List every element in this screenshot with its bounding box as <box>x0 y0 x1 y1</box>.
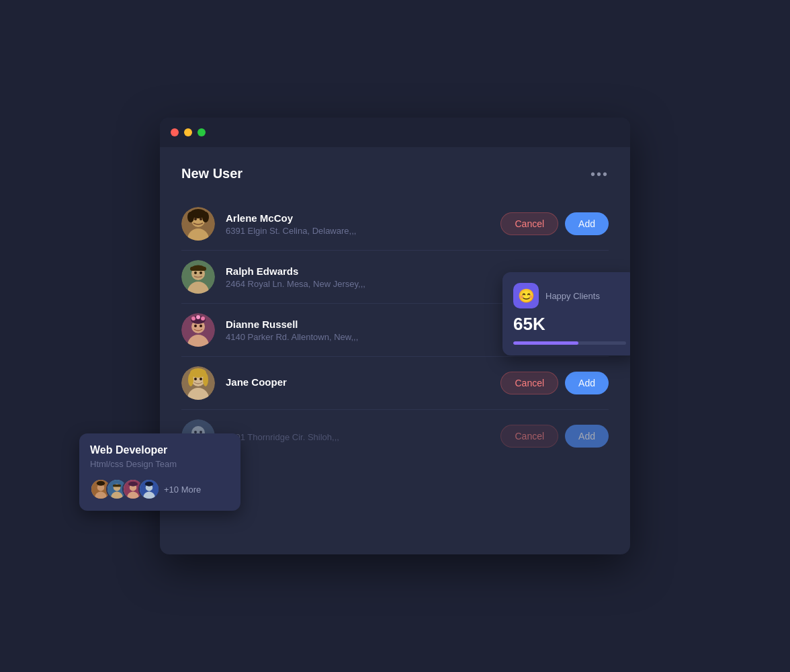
maximize-dot[interactable] <box>198 128 206 136</box>
table-row: 1901 Thornridge Cir. Shiloh,,, Cancel Ad… <box>181 410 609 462</box>
cancel-button[interactable]: Cancel <box>500 425 558 448</box>
section-header: New User ••• <box>181 166 609 181</box>
svg-point-47 <box>128 482 138 487</box>
progress-bar-background <box>513 341 626 345</box>
happy-clients-value: 65K <box>513 314 626 335</box>
user-info: Jane Cooper <box>226 376 490 390</box>
cancel-button[interactable]: Cancel <box>500 372 558 394</box>
svg-rect-43 <box>113 485 121 487</box>
happy-clients-title: Happy Clients <box>545 291 600 301</box>
svg-point-27 <box>200 378 202 380</box>
svg-rect-13 <box>190 267 206 271</box>
table-row: Arlene McCoy 6391 Elgin St. Celina, Dela… <box>181 198 609 251</box>
web-dev-title: Web Developer <box>90 444 230 456</box>
emoji-icon: 😊 <box>513 283 539 308</box>
svg-point-39 <box>97 481 105 486</box>
minimize-dot[interactable] <box>184 128 192 136</box>
team-avatars: +10 More <box>90 478 230 500</box>
team-avatar <box>138 478 160 500</box>
user-info: Arlene McCoy 6391 Elgin St. Celina, Dela… <box>226 212 490 236</box>
user-info: 1901 Thornridge Cir. Shiloh,,, <box>226 430 490 442</box>
cancel-button[interactable]: Cancel <box>500 212 558 235</box>
avatar <box>181 207 215 241</box>
user-name: Jane Cooper <box>226 376 490 388</box>
svg-point-21 <box>196 315 200 319</box>
more-count-label: +10 More <box>164 485 201 495</box>
action-buttons: Cancel Add <box>500 372 609 394</box>
section-title: New User <box>181 166 243 181</box>
add-button[interactable]: Add <box>565 212 609 235</box>
user-name: Arlene McCoy <box>226 212 490 224</box>
progress-bar-fill <box>513 341 578 345</box>
happy-clients-header: 😊 Happy Clients <box>513 283 626 308</box>
avatar <box>181 366 215 400</box>
web-dev-subtitle: Html/css Design Team <box>90 459 230 469</box>
svg-point-17 <box>194 325 197 327</box>
web-developer-card: Web Developer Html/css Design Team <box>79 433 240 511</box>
outer-container: New User ••• <box>160 108 630 564</box>
table-row: Jane Cooper Cancel Add <box>181 357 609 410</box>
close-dot[interactable] <box>171 128 179 136</box>
svg-point-29 <box>188 373 193 386</box>
add-button[interactable]: Add <box>565 425 609 448</box>
add-button[interactable]: Add <box>565 372 609 394</box>
svg-point-12 <box>200 271 202 274</box>
svg-point-22 <box>201 317 205 321</box>
svg-point-20 <box>191 317 195 321</box>
svg-point-11 <box>194 271 197 274</box>
happy-clients-card: 😊 Happy Clients 65K <box>502 272 630 355</box>
user-address: 1901 Thornridge Cir. Shiloh,,, <box>226 432 490 442</box>
svg-point-7 <box>202 212 209 222</box>
svg-point-18 <box>200 325 202 327</box>
svg-point-51 <box>145 482 153 487</box>
more-options-button[interactable]: ••• <box>590 167 609 181</box>
action-buttons: Cancel Add <box>500 212 609 235</box>
svg-point-30 <box>203 373 208 386</box>
title-bar <box>160 118 630 147</box>
svg-point-6 <box>187 212 194 222</box>
user-address: 6391 Elgin St. Celina, Delaware,,, <box>226 226 490 236</box>
action-buttons: Cancel Add <box>500 425 609 448</box>
svg-point-26 <box>194 378 197 380</box>
avatar <box>181 313 215 347</box>
avatar <box>181 260 215 294</box>
